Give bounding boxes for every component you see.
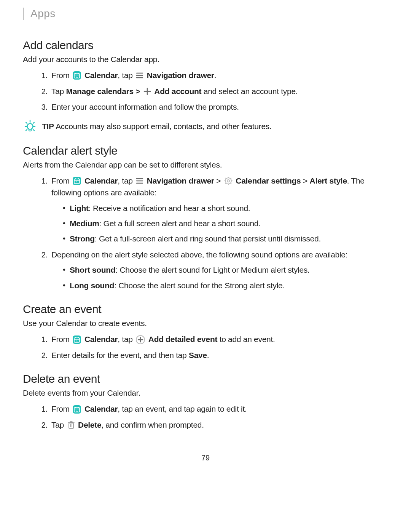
steps-delete-event: From Calendar, tap an event, and tap aga… — [23, 403, 388, 431]
option-list: Short sound: Choose the alert sound for … — [51, 264, 388, 291]
step-item: Tap Manage calendars > Add account and s… — [49, 85, 388, 97]
step-item: From Calendar, tap Add detailed event to… — [49, 333, 388, 345]
intro-delete-event: Delete events from your Calendar. — [23, 388, 388, 398]
tip-label: TIP — [42, 122, 54, 131]
step-item: From Calendar, tap an event, and tap aga… — [49, 403, 388, 415]
tip-text: Accounts may also support email, contact… — [54, 122, 272, 131]
steps-alert-style: From Calendar, tap Navigation drawer > C… — [23, 175, 388, 292]
document-page: Apps Add calendars Add your accounts to … — [0, 0, 411, 474]
step-item: Enter your account information and follo… — [49, 101, 388, 113]
intro-add-calendars: Add your accounts to the Calendar app. — [23, 55, 388, 64]
calendar-icon — [72, 176, 81, 185]
page-number: 79 — [23, 454, 388, 462]
calendar-icon — [72, 71, 81, 80]
hamburger-icon — [135, 71, 144, 80]
hamburger-icon — [135, 177, 144, 185]
list-item: Light: Receive a notification and hear a… — [63, 203, 388, 214]
steps-create-event: From Calendar, tap Add detailed event to… — [23, 333, 388, 361]
step-item: Depending on the alert style selected ab… — [49, 249, 388, 291]
step-item: From Calendar, tap Navigation drawer. — [49, 69, 388, 81]
list-item: Medium: Get a full screen alert and hear… — [63, 218, 388, 229]
list-item: Strong: Get a full-screen alert and ring… — [63, 233, 388, 244]
list-item: Short sound: Choose the alert sound for … — [63, 264, 388, 276]
step-item: Enter details for the event, and then ta… — [49, 349, 388, 361]
gear-icon — [224, 176, 233, 185]
intro-create-event: Use your Calendar to create events. — [23, 319, 388, 328]
step-item: From Calendar, tap Navigation drawer > C… — [49, 175, 388, 245]
breadcrumb: Apps — [23, 8, 388, 20]
list-item: Long sound: Choose the alert sound for t… — [63, 280, 388, 291]
heading-add-calendars: Add calendars — [23, 39, 388, 52]
intro-alert-style: Alerts from the Calendar app can be set … — [23, 160, 388, 169]
step-item: Tap Delete, and confirm when prompted. — [49, 419, 388, 431]
heading-delete-event: Delete an event — [23, 372, 388, 385]
trash-icon — [67, 420, 75, 430]
steps-add-calendars: From Calendar, tap Navigation drawer. Ta… — [23, 69, 388, 113]
tip-callout: TIP Accounts may also support email, con… — [23, 120, 388, 133]
heading-create-event: Create an event — [23, 303, 388, 316]
plus-circle-icon — [135, 335, 145, 345]
option-list: Light: Receive a notification and hear a… — [51, 203, 388, 245]
lightbulb-icon — [24, 120, 37, 133]
plus-icon — [143, 87, 151, 96]
calendar-icon — [72, 335, 81, 344]
heading-alert-style: Calendar alert style — [23, 144, 388, 157]
breadcrumb-label: Apps — [30, 8, 56, 19]
calendar-icon — [72, 405, 81, 414]
